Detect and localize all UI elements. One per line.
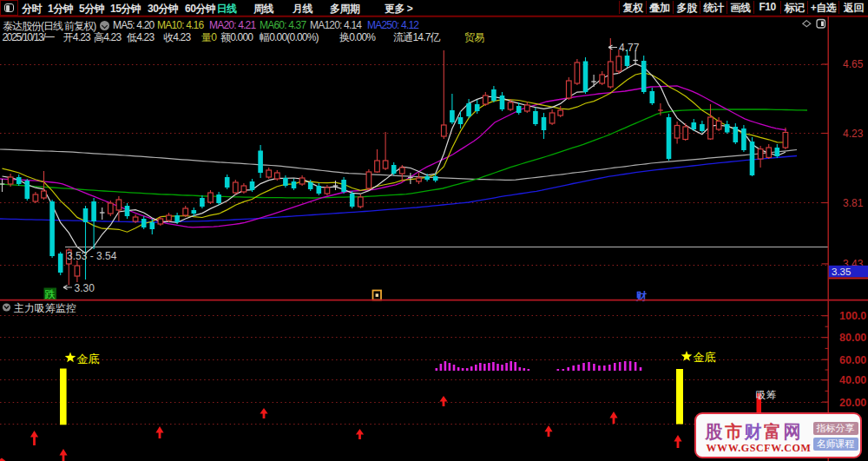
svg-text:金底: 金底 xyxy=(694,351,716,364)
svg-text:吸筹: 吸筹 xyxy=(756,390,777,400)
svg-text:20.00: 20.00 xyxy=(839,397,866,409)
svg-text:金底: 金底 xyxy=(77,352,100,366)
svg-text:3.53 - 3.54: 3.53 - 3.54 xyxy=(67,250,117,262)
svg-text:80.00: 80.00 xyxy=(839,332,866,344)
svg-text:100.0: 100.0 xyxy=(839,310,866,322)
svg-text:3.35: 3.35 xyxy=(832,267,851,277)
svg-text:4.77: 4.77 xyxy=(619,42,640,54)
svg-text:4.23: 4.23 xyxy=(843,128,864,140)
svg-text:40.00: 40.00 xyxy=(839,374,866,386)
svg-text:主力吸筹监控: 主力吸筹监控 xyxy=(14,302,76,314)
svg-text:3.81: 3.81 xyxy=(843,197,864,209)
svg-text:3.30: 3.30 xyxy=(75,282,95,294)
svg-text:跌: 跌 xyxy=(45,288,56,300)
svg-text:4.65: 4.65 xyxy=(843,58,864,70)
svg-text:60.00: 60.00 xyxy=(839,354,866,366)
